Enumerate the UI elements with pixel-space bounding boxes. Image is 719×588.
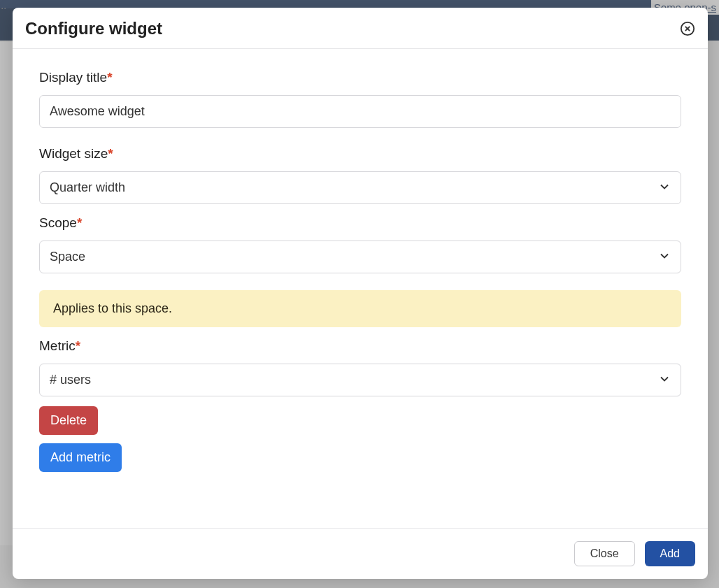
close-icon[interactable] [680, 21, 695, 36]
modal-body: Display title* Widget size* Quarter widt… [13, 49, 708, 528]
add-metric-button[interactable]: Add metric [39, 443, 122, 472]
label-text: Metric [39, 338, 76, 353]
metric-select[interactable]: # users [39, 364, 681, 396]
scope-label: Scope* [39, 215, 681, 231]
label-text: Widget size [39, 146, 108, 161]
display-title-input[interactable] [39, 95, 681, 128]
widget-size-select-wrap: Quarter width [39, 171, 681, 204]
modal-title: Configure widget [25, 19, 162, 38]
modal-header: Configure widget [13, 8, 708, 49]
required-asterisk: * [107, 70, 112, 85]
delete-button[interactable]: Delete [39, 406, 98, 435]
required-asterisk: * [77, 215, 82, 230]
required-asterisk: * [76, 338, 80, 353]
metric-label: Metric* [39, 338, 681, 354]
required-asterisk: * [108, 146, 113, 161]
scope-select-wrap: Space [39, 241, 681, 273]
configure-widget-modal: Configure widget Display title* Widget s… [13, 8, 708, 579]
display-title-label: Display title* [39, 70, 681, 85]
metric-select-wrap: # users [39, 364, 681, 396]
widget-size-label: Widget size* [39, 146, 681, 162]
scope-notice: Applies to this space. [39, 290, 681, 327]
add-metric-row: Add metric [39, 443, 681, 472]
modal-footer: Close Add [13, 528, 708, 579]
widget-size-select[interactable]: Quarter width [39, 171, 681, 204]
close-button[interactable]: Close [574, 541, 635, 566]
label-text: Display title [39, 70, 107, 85]
add-button[interactable]: Add [645, 541, 695, 566]
label-text: Scope [39, 215, 77, 230]
delete-row: Delete [39, 406, 681, 435]
scope-select[interactable]: Space [39, 241, 681, 273]
